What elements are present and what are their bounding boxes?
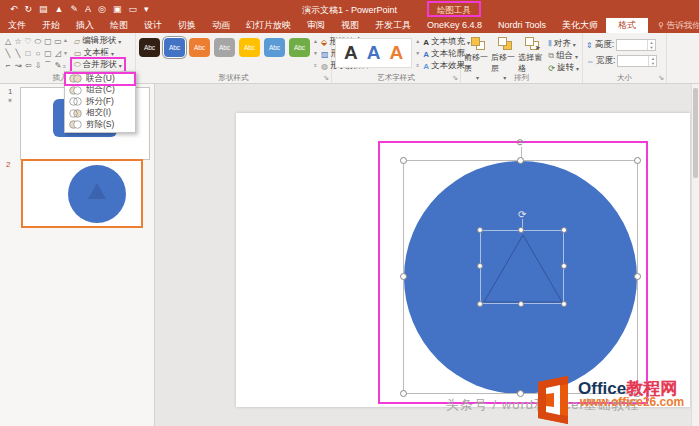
slide-area[interactable]: ⟳ ⟳ 头条号 / word和excel基 [236, 113, 690, 407]
resize-handle[interactable] [634, 273, 641, 280]
tab-meihua-dashi[interactable]: 美化大师 [554, 18, 606, 33]
resize-handle[interactable] [561, 263, 567, 269]
menu-item-intersect[interactable]: 相交(I) [65, 108, 135, 120]
group-label-shape-styles: 形状样式 [136, 73, 331, 83]
tab-insert[interactable]: 插入 [68, 18, 102, 33]
tab-nordri-tools[interactable]: Nordri Tools [490, 18, 554, 33]
tab-developer[interactable]: 开发工具 [367, 18, 419, 33]
tab-design[interactable]: 设计 [136, 18, 170, 33]
tab-animations[interactable]: 动画 [204, 18, 238, 33]
group-label-wordart-styles: 艺术字样式 [332, 73, 460, 83]
shape-style-chip[interactable]: Abc [189, 38, 210, 57]
menu-item-combine[interactable]: 组合(C) [65, 85, 135, 97]
shape-style-chip-selected[interactable]: Abc [164, 38, 185, 57]
text-fill-icon: A [423, 38, 429, 47]
wordart-gallery-scrollbar[interactable]: ▲▼≡ [415, 38, 420, 68]
tab-home[interactable]: 开始 [34, 18, 68, 33]
merge-shapes-icon: ⬭ [74, 60, 81, 70]
shape-icon[interactable]: ╲ [3, 48, 13, 60]
tab-onekey[interactable]: OneKey 6.4.8 [419, 18, 490, 33]
selection-pane-icon: ➤ [525, 37, 539, 50]
resize-handle[interactable] [561, 227, 567, 233]
shape-icon[interactable]: ♡ [23, 36, 33, 48]
shape-icon[interactable]: □ [23, 48, 33, 60]
shape-icon[interactable]: ↝ [13, 60, 23, 72]
tab-format-active[interactable]: 格式 [606, 18, 648, 33]
resize-handle[interactable] [561, 301, 567, 307]
size-dialog-launcher-icon[interactable]: ⇘ [658, 74, 664, 82]
triangle-shape[interactable] [481, 231, 565, 305]
animation-indicator-icon: ✶ [7, 97, 13, 105]
spinner-arrows-icon[interactable]: ▲▼ [648, 56, 656, 66]
shape-icon[interactable]: ⇩ [33, 60, 43, 72]
group-label-arrange: 排列 [461, 73, 582, 83]
thumbnail-triangle [88, 183, 106, 199]
shape-style-chip[interactable]: Abc [264, 38, 285, 57]
shape-icon[interactable]: ☆ [13, 36, 23, 48]
shape-styles-dialog-launcher-icon[interactable]: ⇘ [323, 74, 329, 82]
rotation-handle[interactable]: ⟳ [518, 211, 526, 219]
tell-me-box[interactable]: ⚲告诉我你想要做什么 [648, 18, 699, 33]
slide-2-thumbnail[interactable] [21, 159, 143, 228]
tab-review[interactable]: 审阅 [299, 18, 333, 33]
shape-style-chip[interactable]: Abc [289, 38, 310, 57]
tab-file[interactable]: 文件 [0, 18, 34, 33]
group-objects-button[interactable]: ⧉ 组合▾ [548, 50, 579, 62]
selection-pane-button[interactable]: ➤ 选择窗格 [518, 37, 545, 74]
shape-style-gallery-scrollbar[interactable]: ▲▼≡ [313, 38, 318, 68]
align-button[interactable]: ⫴ 对齐▾ [548, 38, 579, 50]
merge-shapes-button[interactable]: ⬭ 合并形状▾ [72, 59, 124, 71]
wordart-sample[interactable]: A [389, 40, 403, 66]
shape-icon[interactable]: ○ [33, 48, 43, 60]
spinner-arrows-icon[interactable]: ▲▼ [647, 40, 655, 50]
width-icon: ⇔ [586, 57, 594, 66]
text-box-button[interactable]: ▭ 文本框▾ [72, 47, 124, 59]
shape-icon[interactable]: ▢ [43, 36, 53, 48]
shape-style-chip[interactable]: Abc [139, 38, 160, 57]
tab-transitions[interactable]: 切换 [170, 18, 204, 33]
wordart-sample[interactable]: A [344, 40, 358, 66]
height-input[interactable] [617, 40, 647, 50]
tab-draw[interactable]: 绘图 [102, 18, 136, 33]
wordart-dialog-launcher-icon[interactable]: ⇘ [452, 74, 458, 82]
shape-icon[interactable]: ▭ [53, 36, 63, 48]
menu-item-union[interactable]: 联合(U) [65, 73, 135, 85]
shape-icon[interactable]: ◿ [53, 48, 63, 60]
shape-icon[interactable]: ⌐ [3, 60, 13, 72]
resize-handle[interactable] [477, 301, 483, 307]
shape-icon[interactable]: ⬭ [33, 36, 43, 48]
shape-icon[interactable]: ✎ [53, 60, 63, 72]
vertical-scrollbar[interactable] [691, 84, 699, 426]
scrollbar-thumb[interactable] [693, 88, 698, 178]
resize-handle[interactable] [400, 157, 407, 164]
editor-canvas[interactable]: ⟳ ⟳ 头条号 / word和excel基 [156, 84, 691, 426]
height-stepper[interactable]: ▲▼ [616, 39, 656, 51]
wordart-sample[interactable]: A [367, 40, 381, 66]
shape-icon[interactable]: ▢ [43, 48, 53, 60]
shape-icon[interactable]: ╲ [13, 48, 23, 60]
tab-view[interactable]: 视图 [333, 18, 367, 33]
shape-style-chip[interactable]: Abc [239, 38, 260, 57]
resize-handle[interactable] [400, 390, 407, 397]
resize-handle[interactable] [518, 301, 524, 307]
resize-handle[interactable] [517, 157, 524, 164]
width-stepper[interactable]: ▲▼ [617, 55, 657, 67]
shape-gallery-scrollbar[interactable]: ▲▼≡ [63, 35, 70, 71]
edit-shape-button[interactable]: ▱ 编辑形状▾ [72, 35, 124, 47]
menu-item-fragment[interactable]: 拆分(F) [65, 96, 135, 108]
menu-item-subtract[interactable]: 剪除(S) [65, 119, 135, 131]
resize-handle[interactable] [518, 227, 524, 233]
rotation-handle[interactable]: ⟳ [517, 139, 525, 147]
shape-icon[interactable]: ⇦ [23, 60, 33, 72]
rotate-icon: ⟳ [548, 64, 555, 73]
resize-handle[interactable] [634, 157, 641, 164]
shape-style-chip[interactable]: Abc [214, 38, 235, 57]
ribbon-spacer [667, 33, 699, 83]
shape-icon[interactable]: △ [3, 36, 13, 48]
shape-icon[interactable]: ⌒ [43, 60, 53, 72]
resize-handle[interactable] [477, 227, 483, 233]
resize-handle[interactable] [477, 263, 483, 269]
resize-handle[interactable] [400, 273, 407, 280]
tab-slideshow[interactable]: 幻灯片放映 [238, 18, 299, 33]
width-input[interactable] [618, 56, 648, 66]
